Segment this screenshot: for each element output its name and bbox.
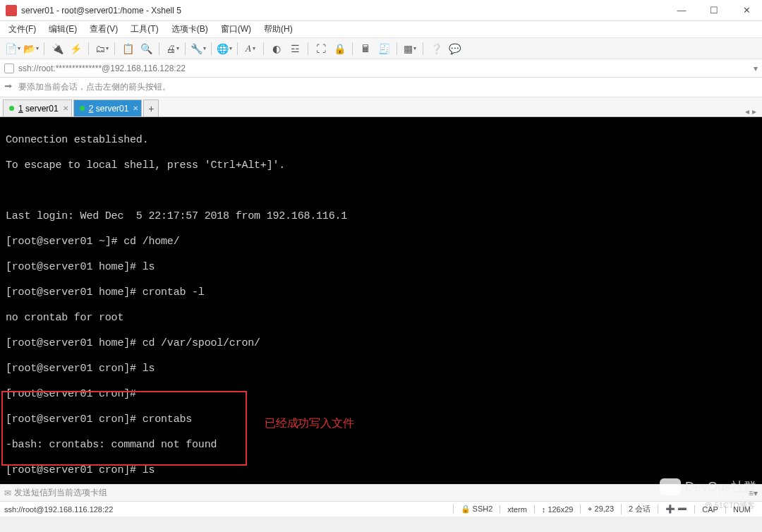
- globe-icon[interactable]: 🌐: [216, 41, 233, 56]
- window-title: server01 - root@server01:/home - Xshell …: [21, 6, 672, 16]
- lock-icon: 🔒: [461, 504, 471, 513]
- search-icon[interactable]: 🔍: [138, 41, 155, 56]
- minimize-button[interactable]: —: [672, 5, 691, 16]
- status-bar: ssh://root@192.168.116.128:22 🔒 SSH2 xte…: [0, 501, 762, 516]
- window-controls: — ☐ ✕: [672, 5, 756, 16]
- session-icon: [4, 64, 14, 73]
- separator: [352, 42, 353, 55]
- separator: [423, 42, 423, 55]
- lock-icon[interactable]: 🔒: [331, 41, 348, 56]
- separator: [263, 42, 264, 55]
- terminal-line: [root@server01 home]# cd /var/spool/cron…: [6, 337, 260, 349]
- menu-file[interactable]: 文件(F): [6, 22, 39, 37]
- separator: [308, 42, 308, 55]
- separator: [114, 42, 115, 55]
- status-sessions: 2 会话: [621, 504, 658, 514]
- annotation-box: [1, 391, 247, 466]
- watermark-small: @ 51CTO博客: [705, 500, 755, 511]
- tab-label: 1 server01: [18, 104, 59, 114]
- tab-nav: ◂ ▸: [745, 107, 759, 116]
- add-session-arrow-icon[interactable]: ⮕: [4, 82, 16, 93]
- tab-add-button[interactable]: +: [143, 99, 159, 116]
- terminal-line: [root@server01 cron]#: [6, 388, 136, 400]
- menubar: 文件(F) 编辑(E) 查看(V) 工具(T) 选项卡(B) 窗口(W) 帮助(…: [0, 21, 762, 38]
- app-icon: [6, 5, 17, 16]
- maximize-button[interactable]: ☐: [704, 5, 724, 16]
- address-dropdown-icon[interactable]: ▾: [754, 64, 758, 73]
- separator: [397, 42, 397, 55]
- tab-next-icon[interactable]: ▸: [752, 107, 756, 116]
- terminal[interactable]: Connection established. To escape to loc…: [0, 117, 762, 484]
- tab-server01-2[interactable]: 2 server01 ✕: [73, 99, 143, 116]
- info-icon[interactable]: 💬: [446, 41, 463, 56]
- terminal-line: no crontab for root: [6, 312, 123, 324]
- fullscreen-icon[interactable]: ⛶: [313, 41, 329, 56]
- calculator-icon[interactable]: 🖩: [357, 41, 374, 56]
- layout-icon[interactable]: ▦: [401, 41, 418, 56]
- terminal-line: [root@server01 ~]# cd /home/: [6, 236, 179, 248]
- tab-server01-1[interactable]: 1 server01 ✕: [3, 99, 72, 116]
- font-icon[interactable]: 𝐴: [242, 41, 259, 56]
- send-bar: ✉ 发送短信到当前选项卡组 ≡▾: [0, 484, 762, 501]
- status-pos: 29,23: [595, 504, 615, 513]
- separator: [44, 42, 44, 55]
- print-icon[interactable]: 🖨: [164, 41, 181, 56]
- send-label: 发送短信到当前选项卡组: [14, 487, 107, 499]
- tab-label: 2 server01: [89, 104, 129, 114]
- scroll-icon[interactable]: 🧾: [375, 41, 392, 56]
- hint-text: 要添加当前会话，点击左侧的箭头按钮。: [18, 81, 171, 93]
- help-icon[interactable]: ❔: [428, 41, 445, 56]
- hint-bar: ⮕ 要添加当前会话，点击左侧的箭头按钮。: [0, 78, 762, 97]
- separator: [185, 42, 186, 55]
- titlebar: server01 - root@server01:/home - Xshell …: [0, 0, 762, 21]
- status-size: 126x29: [548, 505, 573, 514]
- toolbar: 📄 📂 🔌 ⚡ 🗂 📋 🔍 🖨 🔧 🌐 𝐴 ◐ ☲ ⛶ 🔒 🖩 🧾 ▦ ❔ 💬: [0, 38, 762, 59]
- close-button[interactable]: ✕: [737, 5, 756, 16]
- properties-icon[interactable]: 🔧: [190, 41, 207, 56]
- menu-tools[interactable]: 工具(T): [128, 22, 161, 37]
- tab-close-icon[interactable]: ✕: [133, 104, 138, 112]
- status-dot-icon: [80, 106, 85, 111]
- separator: [88, 42, 89, 55]
- terminal-line: To escape to local shell, press 'Ctrl+Al…: [6, 159, 285, 171]
- menu-window[interactable]: 窗口(W): [218, 22, 254, 37]
- annotation-text: 已经成功写入文件: [265, 417, 353, 430]
- profiles-icon[interactable]: 🗂: [93, 41, 110, 56]
- script-icon[interactable]: ◐: [268, 41, 285, 56]
- address-bar: ssh://root:**************@192.168.116.12…: [0, 59, 762, 78]
- separator: [211, 42, 212, 55]
- menu-help[interactable]: 帮助(H): [261, 22, 296, 37]
- tab-close-icon[interactable]: ✕: [63, 104, 68, 112]
- status-ssh: SSH2: [473, 504, 493, 513]
- terminal-line: -bash: crontabs: command not found: [6, 439, 217, 451]
- watermark: DevOps社群: [660, 478, 756, 495]
- tab-bar: 1 server01 ✕ 2 server01 ✕ + ◂ ▸: [0, 97, 762, 117]
- new-session-icon[interactable]: 📄: [4, 41, 21, 56]
- sessions-icon[interactable]: ☲: [286, 41, 303, 56]
- status-path: ssh://root@192.168.116.128:22: [4, 505, 453, 514]
- copy-icon[interactable]: 📋: [119, 41, 136, 56]
- open-icon[interactable]: 📂: [23, 41, 40, 56]
- terminal-line: [root@server01 home]# ls: [6, 261, 155, 273]
- separator: [237, 42, 238, 55]
- terminal-line: [root@server01 cron]# ls: [6, 363, 155, 375]
- wechat-icon: [660, 478, 681, 495]
- separator: [159, 42, 159, 55]
- send-icon[interactable]: ✉: [4, 488, 11, 498]
- terminal-line: [root@server01 cron]# crontabs: [6, 413, 192, 425]
- menu-edit[interactable]: 编辑(E): [46, 22, 80, 37]
- status-term: xterm: [500, 505, 534, 514]
- address-text[interactable]: ssh://root:**************@192.168.116.12…: [18, 64, 186, 73]
- terminal-line: Connection established.: [6, 134, 148, 146]
- menu-view[interactable]: 查看(V): [87, 22, 121, 37]
- reconnect-icon[interactable]: 🔌: [49, 41, 66, 56]
- status-dot-icon: [9, 106, 14, 111]
- disconnect-icon[interactable]: ⚡: [67, 41, 84, 56]
- watermark-text: DevOps社群: [685, 478, 756, 495]
- menu-tabs[interactable]: 选项卡(B): [169, 22, 211, 37]
- tab-prev-icon[interactable]: ◂: [745, 107, 749, 116]
- terminal-line: Last login: Wed Dec 5 22:17:57 2018 from…: [6, 210, 347, 222]
- terminal-line: [root@server01 cron]# ls: [6, 464, 155, 476]
- terminal-line: [root@server01 home]# crontab -l: [6, 286, 205, 298]
